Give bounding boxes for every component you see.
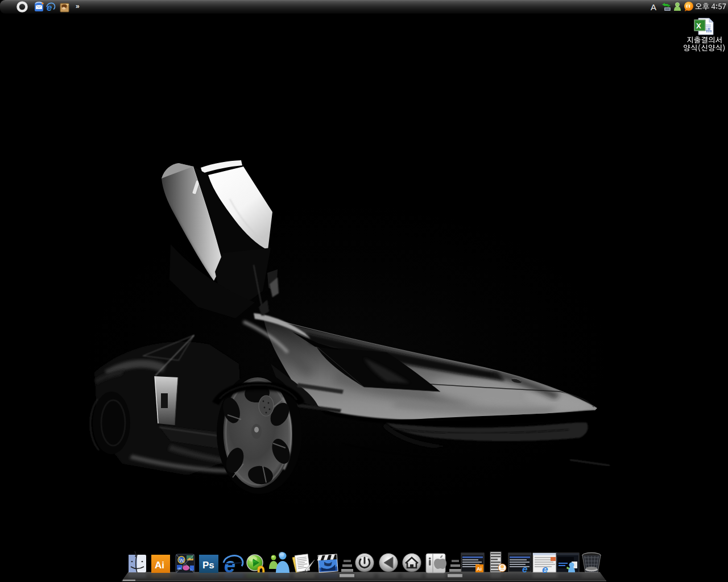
svg-text:»: » [76,2,80,10]
svg-text:A: A [651,2,656,12]
svg-text:Ps: Ps [202,560,214,571]
svg-text:X: X [696,22,701,30]
svg-text:Ai: Ai [477,566,482,572]
svg-text:Ai: Ai [155,560,164,571]
